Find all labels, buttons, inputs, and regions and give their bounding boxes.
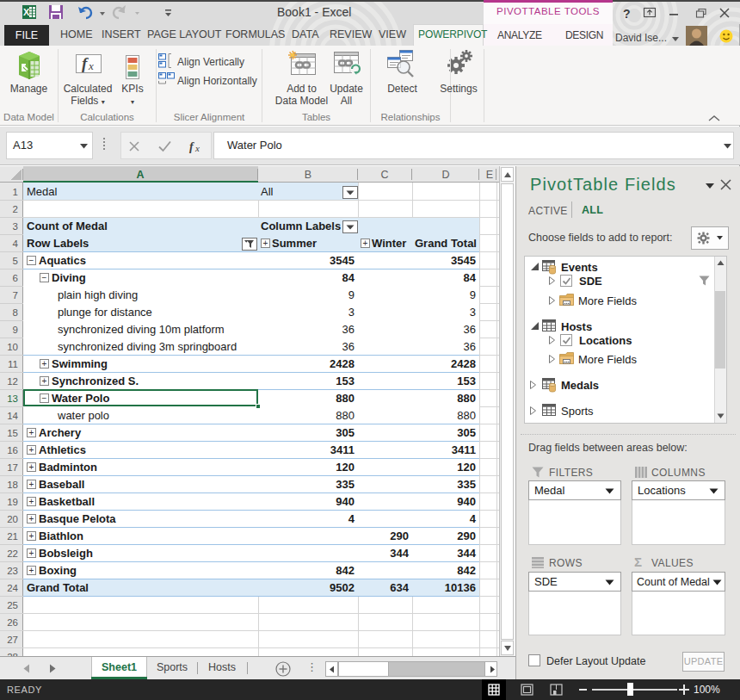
svg-text:19: 19 [7, 497, 18, 507]
svg-text:?: ? [623, 7, 631, 21]
svg-text:2: 2 [13, 204, 18, 214]
svg-text:16: 16 [7, 445, 18, 455]
svg-text:26: 26 [7, 617, 18, 628]
svg-text:x: x [88, 59, 94, 72]
svg-text:14: 14 [7, 411, 18, 421]
svg-text:x: x [194, 143, 200, 153]
svg-text:25: 25 [7, 600, 18, 610]
svg-text:5: 5 [13, 256, 18, 266]
svg-text:15: 15 [7, 428, 18, 438]
svg-text:4: 4 [13, 238, 19, 249]
svg-text:27: 27 [7, 635, 18, 645]
svg-text:f: f [189, 140, 194, 153]
svg-text:6: 6 [13, 273, 18, 283]
svg-text:12: 12 [7, 376, 18, 387]
svg-text:18: 18 [7, 480, 18, 490]
svg-text:7: 7 [13, 290, 18, 300]
svg-text:E: E [486, 169, 493, 181]
svg-text:22: 22 [7, 548, 18, 559]
svg-text:13: 13 [7, 393, 18, 404]
svg-text:17: 17 [7, 462, 18, 473]
svg-text:A: A [136, 169, 144, 181]
svg-text:B: B [305, 169, 311, 181]
svg-text:23: 23 [7, 566, 18, 576]
svg-text:3: 3 [13, 221, 18, 232]
svg-text:21: 21 [7, 531, 18, 542]
svg-text:20: 20 [7, 514, 18, 524]
svg-text:D: D [441, 169, 449, 181]
svg-text:10: 10 [7, 342, 18, 352]
svg-text:24: 24 [7, 583, 18, 593]
svg-text:8: 8 [13, 307, 18, 318]
svg-text:11: 11 [8, 359, 18, 369]
svg-text:X: X [23, 7, 30, 17]
svg-text:9: 9 [13, 325, 18, 335]
svg-text:1: 1 [13, 187, 18, 197]
svg-text:C: C [380, 169, 388, 181]
